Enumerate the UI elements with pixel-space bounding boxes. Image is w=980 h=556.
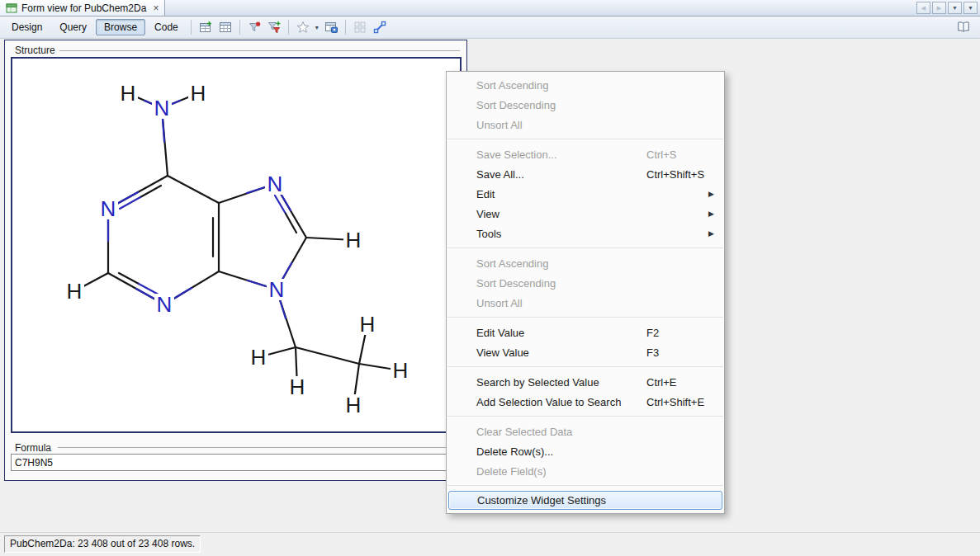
menu-separator [447, 247, 723, 248]
status-row-count: PubChem2Da: 23 408 out of 23 408 rows. [4, 535, 201, 553]
menu-item-search-by-selected-value[interactable]: Search by Selected ValueCtrl+E [448, 372, 722, 392]
form-view-icon [6, 2, 17, 14]
form-view-panel: Structure [4, 40, 467, 481]
content-area: Structure [0, 40, 980, 532]
menu-item-view[interactable]: View▶ [448, 204, 722, 224]
menu-item-sort-descending: Sort Descending [448, 95, 722, 115]
menu-item-label: Edit Value [476, 327, 524, 339]
menu-item-label: Sort Ascending [476, 257, 548, 270]
widget-grid-icon[interactable] [350, 18, 370, 36]
view-mode-buttons: DesignQueryBrowseCode [3, 19, 187, 35]
formula-widget-label: Formula [15, 442, 51, 454]
menu-item-label: Sort Ascending [476, 79, 548, 92]
menu-item-label: Customize Widget Settings [477, 494, 606, 507]
structure-group-line [59, 50, 460, 51]
tab-bar: Form view for PubChem2Da × ◀▶▼▼ [0, 0, 980, 16]
mode-button-code[interactable]: Code [146, 19, 187, 35]
molecule-structure: H N H N H N N H N H H H H H [12, 59, 460, 431]
tab-controls: ◀▶▼▼ [916, 2, 978, 14]
mode-button-design[interactable]: Design [3, 19, 50, 35]
menu-item-label: Unsort All [476, 119, 523, 131]
toolbar-separator [345, 20, 346, 35]
new-form-table-icon[interactable] [196, 18, 215, 36]
atom-label: H [393, 358, 409, 383]
menu-item-delete-row-s[interactable]: Delete Row(s)... [448, 441, 722, 461]
menu-item-label: Save Selection... [476, 148, 557, 161]
menu-item-label: View [476, 208, 499, 220]
menu-item-sort-ascending: Sort Ascending [448, 253, 722, 273]
atom-label: H [360, 312, 376, 337]
atom-label: H [67, 279, 83, 304]
tab-form-view[interactable]: Form view for PubChem2Da × [0, 0, 165, 16]
atom-label: N [267, 172, 283, 196]
formula-group-line [58, 447, 460, 448]
menu-item-delete-field-s: Delete Field(s) [448, 461, 722, 481]
atom-label: H [346, 228, 362, 252]
submenu-arrow-icon: ▶ [708, 190, 714, 198]
atom-label: N [269, 277, 285, 302]
star-dropdown-caret-icon[interactable]: ▾ [313, 24, 321, 31]
scroll-tabs-right-button: ▶ [932, 2, 946, 14]
formula-field[interactable] [11, 454, 462, 471]
menu-item-shortcut: Ctrl+Shift+S [646, 168, 704, 181]
menu-item-label: Unsort All [476, 297, 523, 309]
menu-item-label: View Value [476, 346, 529, 359]
toolbar-separator [191, 20, 192, 35]
atom-label: H [346, 393, 362, 417]
structure-widget[interactable]: H N H N H N N H N H H H H H [11, 57, 462, 433]
status-bar: PubChem2Da: 23 408 out of 23 408 rows. [0, 532, 980, 556]
window-menu-button[interactable]: ▼ [963, 2, 978, 14]
atom-label: N [157, 292, 173, 317]
menu-item-label: Edit [476, 188, 495, 200]
menu-item-sort-descending: Sort Descending [448, 273, 722, 293]
atom-label: H [121, 81, 136, 106]
menu-item-tools[interactable]: Tools▶ [448, 224, 722, 243]
menu-item-shortcut: Ctrl+E [646, 376, 676, 389]
filter-icon[interactable] [244, 18, 264, 36]
toolbar-separator [239, 20, 240, 35]
menu-item-label: Save All... [476, 168, 524, 181]
atom-label: N [154, 96, 170, 120]
menu-item-edit-value[interactable]: Edit ValueF2 [448, 323, 722, 342]
menu-item-customize-widget-settings[interactable]: Customize Widget Settings [448, 491, 722, 510]
atom-label: H [191, 81, 206, 106]
filter-add-icon[interactable] [264, 18, 284, 36]
scroll-tabs-left-button: ◀ [916, 2, 930, 14]
menu-item-label: Tools [476, 228, 501, 240]
submenu-arrow-icon: ▶ [708, 210, 714, 218]
menu-item-shortcut: Ctrl+Shift+E [646, 396, 704, 408]
menu-item-add-selection-value-to-search[interactable]: Add Selection Value to SearchCtrl+Shift+… [448, 392, 722, 412]
menu-item-label: Sort Descending [476, 277, 556, 290]
menu-separator [447, 366, 723, 367]
menu-item-sort-ascending: Sort Ascending [448, 75, 722, 95]
toolbar: DesignQueryBrowseCode [0, 16, 980, 39]
menu-item-label: Sort Descending [476, 99, 556, 111]
toolbar-right-group [954, 18, 980, 36]
menu-item-label: Clear Selected Data [476, 426, 572, 438]
menu-item-unsort-all: Unsort All [448, 115, 722, 134]
menu-item-save-all[interactable]: Save All...Ctrl+Shift+S [448, 164, 722, 184]
menu-item-view-value[interactable]: View ValueF3 [448, 342, 722, 362]
structure-widget-label: Structure [15, 45, 55, 56]
tab-list-button[interactable]: ▼ [948, 2, 962, 14]
structure-editor-icon[interactable] [370, 18, 390, 36]
table-lock-icon[interactable] [321, 18, 341, 36]
atom-label: H [290, 375, 305, 399]
mode-button-browse[interactable]: Browse [96, 19, 145, 35]
menu-separator [447, 317, 723, 318]
favorites-star-icon[interactable] [293, 18, 313, 36]
toolbar-separator [288, 20, 289, 35]
menu-item-label: Add Selection Value to Search [476, 396, 621, 408]
context-menu: Sort AscendingSort DescendingUnsort AllS… [446, 71, 725, 514]
library-book-icon[interactable] [954, 18, 973, 36]
menu-item-save-selection: Save Selection...Ctrl+S [448, 144, 722, 164]
menu-item-unsort-all: Unsort All [448, 293, 722, 313]
menu-item-shortcut: F2 [646, 327, 659, 339]
tab-close-icon[interactable]: × [153, 2, 159, 14]
menu-separator [447, 416, 723, 417]
mode-button-query[interactable]: Query [51, 19, 95, 35]
menu-item-edit[interactable]: Edit▶ [448, 184, 722, 204]
menu-separator [447, 485, 723, 486]
grid-view-table-icon[interactable] [215, 18, 235, 36]
menu-item-shortcut: Ctrl+S [646, 148, 676, 161]
